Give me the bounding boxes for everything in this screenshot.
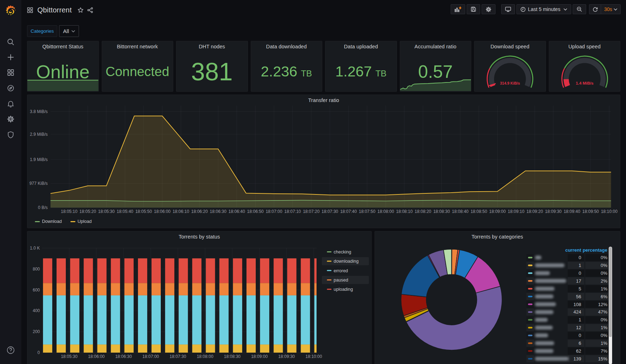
- bar-segment-errored[interactable]: [111, 295, 120, 344]
- bar-segment-errored[interactable]: [233, 295, 242, 344]
- panel-title[interactable]: Data uploaded: [325, 41, 397, 52]
- explore-compass-icon[interactable]: [0, 82, 21, 95]
- bar-segment-downloading[interactable]: [124, 344, 134, 353]
- bar-segment-errored[interactable]: [43, 295, 52, 344]
- bar-segment-paused[interactable]: [138, 283, 147, 295]
- bar-segment-uploading[interactable]: [287, 258, 296, 283]
- legend-series-label[interactable]: Upload: [78, 219, 92, 224]
- bar-segment-downloading[interactable]: [192, 344, 201, 353]
- bar-segment-uploading[interactable]: [233, 258, 242, 283]
- legend-series-label[interactable]: paused: [334, 278, 348, 283]
- search-icon[interactable]: [0, 36, 21, 48]
- bar-segment-paused[interactable]: [206, 283, 215, 295]
- bar-segment-downloading[interactable]: [70, 344, 79, 353]
- bar-segment-downloading[interactable]: [206, 344, 215, 353]
- bar-segment-downloading[interactable]: [260, 344, 269, 353]
- bar-segment-paused[interactable]: [233, 283, 242, 295]
- bar-segment-paused[interactable]: [260, 283, 269, 295]
- bar-segment-uploading[interactable]: [260, 258, 269, 283]
- panel-title[interactable]: Bittorrent network: [102, 41, 173, 52]
- bar-segment-errored[interactable]: [246, 295, 256, 344]
- help-icon[interactable]: [0, 344, 21, 357]
- legend-series-label[interactable]: downloading: [334, 259, 359, 264]
- bar-segment-paused[interactable]: [152, 283, 161, 295]
- bar-segment-downloading[interactable]: [43, 344, 52, 353]
- bar-segment-uploading[interactable]: [138, 258, 147, 283]
- upload-series-area[interactable]: [51, 116, 611, 208]
- transfer-ratio-chart[interactable]: 0 B/s977 KiB/s1.9 MiB/s2.9 MiB/s3.8 MiB/…: [27, 95, 620, 228]
- bar-segment-downloading[interactable]: [152, 344, 161, 353]
- legend-series-label[interactable]: Download: [42, 219, 62, 224]
- bar-segment-downloading[interactable]: [138, 344, 147, 353]
- bar-segment-downloading[interactable]: [233, 344, 242, 353]
- bar-segment-downloading[interactable]: [219, 344, 229, 353]
- bar-segment-uploading[interactable]: [314, 258, 317, 283]
- create-plus-icon[interactable]: [0, 51, 21, 64]
- legend-table-header-percentage[interactable]: percentage: [583, 247, 607, 253]
- bar-segment-uploading[interactable]: [97, 258, 107, 283]
- bar-segment-paused[interactable]: [43, 283, 52, 295]
- grafana-logo[interactable]: [0, 4, 21, 17]
- bar-segment-paused[interactable]: [57, 283, 66, 295]
- bar-segment-errored[interactable]: [301, 295, 310, 344]
- bar-segment-paused[interactable]: [179, 283, 188, 295]
- torrents-by-categories-chart[interactable]: currentpercentage00%10%00%172%51%566%108…: [375, 231, 620, 364]
- bar-segment-paused[interactable]: [165, 283, 174, 295]
- alerting-bell-icon[interactable]: [0, 97, 21, 110]
- legend-series-label[interactable]: checking: [334, 250, 351, 255]
- bar-segment-paused[interactable]: [246, 283, 256, 295]
- bar-segment-downloading[interactable]: [57, 344, 66, 353]
- bar-segment-downloading[interactable]: [274, 344, 283, 353]
- bar-segment-uploading[interactable]: [70, 258, 79, 283]
- bar-segment-errored[interactable]: [97, 295, 107, 344]
- bar-segment-downloading[interactable]: [301, 344, 310, 353]
- bar-segment-errored[interactable]: [274, 295, 283, 344]
- bar-segment-uploading[interactable]: [206, 258, 215, 283]
- bar-segment-downloading[interactable]: [84, 344, 93, 353]
- bar-segment-paused[interactable]: [124, 283, 134, 295]
- bar-segment-errored[interactable]: [219, 295, 229, 344]
- bar-segment-errored[interactable]: [57, 295, 66, 344]
- configuration-gear-icon[interactable]: [0, 113, 21, 125]
- bar-segment-uploading[interactable]: [124, 258, 134, 283]
- bar-segment-errored[interactable]: [179, 295, 188, 344]
- legend-series-label[interactable]: errored: [334, 268, 348, 273]
- bar-segment-paused[interactable]: [70, 283, 79, 295]
- bar-segment-uploading[interactable]: [165, 258, 174, 283]
- bar-segment-errored[interactable]: [138, 295, 147, 344]
- bar-segment-paused[interactable]: [219, 283, 229, 295]
- bar-segment-uploading[interactable]: [152, 258, 161, 283]
- bar-segment-uploading[interactable]: [43, 258, 52, 283]
- bar-segment-paused[interactable]: [192, 283, 201, 295]
- admin-shield-icon[interactable]: [0, 128, 21, 141]
- bar-segment-downloading[interactable]: [97, 344, 107, 353]
- bar-segment-downloading[interactable]: [287, 344, 296, 353]
- scrollbar-thumb[interactable]: [609, 247, 612, 337]
- bar-segment-errored[interactable]: [192, 295, 201, 344]
- bar-segment-downloading[interactable]: [246, 344, 256, 353]
- bar-segment-uploading[interactable]: [192, 258, 201, 283]
- bar-segment-paused[interactable]: [111, 283, 120, 295]
- bar-segment-paused[interactable]: [84, 283, 93, 295]
- bar-segment-downloading[interactable]: [111, 344, 120, 353]
- bar-segment-paused[interactable]: [287, 283, 296, 295]
- bar-segment-paused[interactable]: [97, 283, 107, 295]
- bar-segment-errored[interactable]: [165, 295, 174, 344]
- torrents-by-status-chart[interactable]: 02004006008001.0 K18:05:3018:06:0018:06:…: [27, 231, 371, 364]
- bar-segment-uploading[interactable]: [84, 258, 93, 283]
- bar-segment-errored[interactable]: [70, 295, 79, 344]
- bar-segment-downloading[interactable]: [165, 344, 174, 353]
- bar-segment-errored[interactable]: [260, 295, 269, 344]
- bar-segment-downloading[interactable]: [179, 344, 188, 353]
- bar-segment-downloading[interactable]: [314, 344, 317, 353]
- bar-segment-uploading[interactable]: [219, 258, 229, 283]
- bar-segment-uploading[interactable]: [57, 258, 66, 283]
- panel-title[interactable]: Data downloaded: [251, 41, 322, 52]
- bar-segment-uploading[interactable]: [179, 258, 188, 283]
- bar-segment-uploading[interactable]: [274, 258, 283, 283]
- bar-segment-paused[interactable]: [274, 283, 283, 295]
- bar-segment-errored[interactable]: [84, 295, 93, 344]
- legend-series-label[interactable]: uploading: [334, 287, 353, 292]
- bar-segment-errored[interactable]: [314, 295, 317, 344]
- legend-table-header-current[interactable]: current: [565, 247, 581, 253]
